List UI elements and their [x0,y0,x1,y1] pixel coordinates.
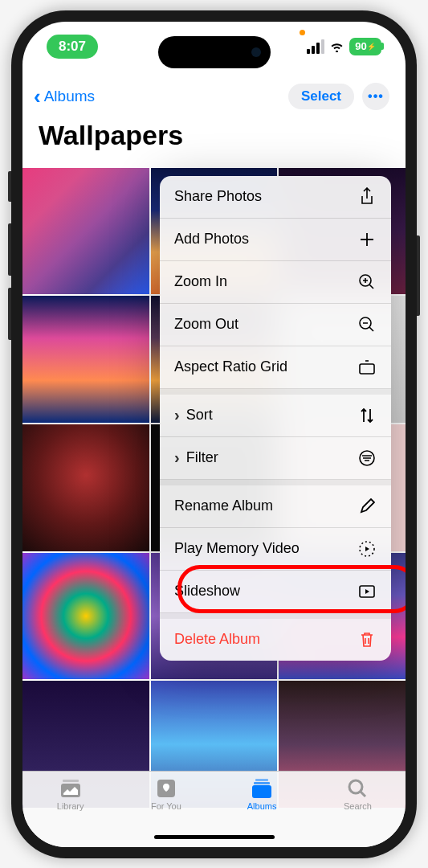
screen: 8:07 90⚡ ‹ Albums Select ••• [22,22,406,847]
iphone-device-frame: 8:07 90⚡ ‹ Albums Select ••• [11,10,417,858]
menu-add-photos[interactable]: Add Photos [160,219,391,261]
nav-right-actions: Select ••• [288,83,389,110]
menu-label: Slideshow [174,583,240,600]
zoom-out-icon [357,315,377,334]
chevron-right-icon: › [174,406,180,424]
trash-icon [357,630,377,649]
library-icon [59,778,83,799]
svg-rect-9 [255,779,268,781]
home-indicator[interactable] [154,835,275,839]
pencil-icon [357,497,377,516]
menu-zoom-in[interactable]: Zoom In [160,261,391,304]
status-time[interactable]: 8:07 [47,35,98,59]
svg-rect-11 [252,785,271,798]
back-button[interactable]: ‹ Albums [34,86,95,107]
zoom-in-icon [357,272,377,292]
tab-label: Albums [247,801,277,811]
menu-play-memory[interactable]: Play Memory Video [160,528,391,571]
svg-rect-6 [63,780,79,782]
menu-label: Play Memory Video [174,540,300,557]
tab-label: For You [151,801,181,811]
volume-up-button [8,223,11,276]
aspect-ratio-icon [357,358,377,377]
volume-down-button [8,288,11,340]
navigation-bar: ‹ Albums Select ••• [22,72,406,117]
mute-switch [8,171,11,202]
svg-rect-10 [254,782,270,784]
tab-label: Search [344,801,372,811]
filter-icon [357,448,377,468]
menu-zoom-out[interactable]: Zoom Out [160,304,391,346]
battery-indicator: 90⚡ [349,38,381,55]
menu-share-photos[interactable]: Share Photos [160,176,391,219]
slideshow-icon [357,582,377,601]
mic-indicator-icon [300,30,305,35]
power-button [417,235,420,316]
share-icon [357,187,377,207]
menu-delete-album[interactable]: Delete Album [160,613,391,661]
menu-label: Rename Album [174,497,273,514]
album-title: Wallpapers [22,117,406,161]
menu-label: Delete Album [174,631,260,648]
photo-thumbnail[interactable] [22,553,149,680]
dynamic-island [158,36,271,68]
search-icon [345,778,369,799]
for-you-icon [154,778,178,799]
menu-label: Zoom In [174,273,227,290]
menu-label: Share Photos [174,188,262,205]
context-menu: Share Photos Add Photos Zoom In [160,176,391,661]
menu-label: Aspect Ratio Grid [174,358,287,375]
menu-sort[interactable]: › Sort [160,389,391,437]
back-label: Albums [44,88,95,105]
tab-search[interactable]: Search [310,778,406,847]
sort-icon [357,406,377,425]
content-area: ‹ Albums Select ••• Wallpapers [22,72,406,847]
chevron-right-icon: › [174,448,180,467]
status-right: 90⚡ [307,38,381,55]
tab-label: Library [57,801,84,811]
albums-icon [250,778,274,799]
photo-thumbnail[interactable] [22,424,149,551]
photo-thumbnail[interactable] [22,296,149,423]
menu-label: Add Photos [174,231,249,248]
cellular-signal-icon [307,39,324,54]
plus-icon [357,230,377,249]
front-camera [251,47,261,57]
chevron-left-icon: ‹ [34,86,41,107]
tab-library[interactable]: Library [22,778,118,847]
menu-slideshow[interactable]: Slideshow [160,571,391,613]
menu-filter[interactable]: › Filter [160,437,391,480]
select-button[interactable]: Select [288,84,354,109]
photo-thumbnail[interactable] [22,168,149,295]
menu-rename-album[interactable]: Rename Album [160,480,391,528]
memory-play-icon [357,539,377,559]
wifi-icon [329,41,344,52]
menu-label: Zoom Out [174,316,238,333]
svg-rect-2 [360,364,374,374]
svg-point-12 [349,780,362,793]
menu-aspect-ratio[interactable]: Aspect Ratio Grid [160,346,391,389]
more-options-button[interactable]: ••• [362,83,389,110]
menu-label: Filter [186,449,218,466]
menu-label: Sort [186,407,213,424]
